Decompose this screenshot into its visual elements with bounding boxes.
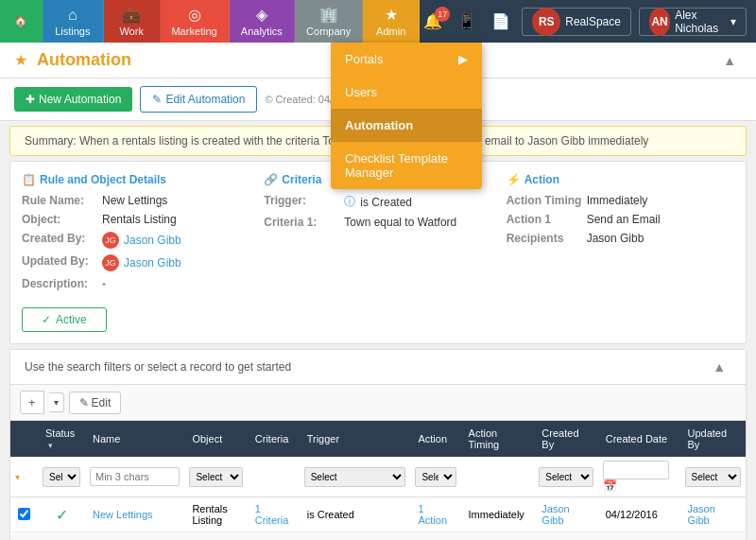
nav-logo[interactable]: 🏠 — [0, 0, 43, 43]
collapse-top-button[interactable]: ▲ — [717, 51, 742, 70]
nav-marketing-label: Marketing — [171, 26, 216, 37]
dropdown-item-automation[interactable]: Automation — [331, 109, 482, 142]
nav-item-work[interactable]: 💼 Work — [104, 0, 161, 43]
filter-created-by-select[interactable]: Select — [539, 467, 593, 487]
th-updated-by[interactable]: Updated By — [680, 421, 747, 457]
dropdown-item-checklist[interactable]: Checklist Template Manager — [331, 142, 482, 189]
filter-date-input[interactable] — [603, 461, 669, 479]
row-name-cell: New Lettings — [85, 497, 184, 532]
edit-button[interactable]: ✎ Edit — [69, 392, 122, 414]
admin-icon: ★ — [385, 6, 398, 24]
automation-title-icon: ★ — [14, 51, 27, 69]
action-timing-row: Action Timing Immediately — [507, 194, 734, 207]
rule-section-title: 📋 Rule and Object Details — [22, 173, 249, 186]
created-by-name[interactable]: Jason Gibb — [124, 234, 181, 247]
nav-item-admin[interactable]: ★ Admin — [363, 0, 420, 43]
automation-label: Automation — [345, 118, 413, 132]
recipients-value: Jason Gibb — [587, 232, 644, 245]
th-action[interactable]: Action — [410, 421, 460, 457]
filter-updated-by-cell: Select — [680, 457, 747, 497]
nav-admin-label: Admin — [376, 26, 405, 37]
add-button[interactable]: + — [20, 391, 44, 414]
dropdown-item-users[interactable]: Users — [331, 76, 482, 109]
recipients-label: Recipients — [507, 232, 587, 245]
filter-sort-icon[interactable]: ▾ — [15, 472, 20, 482]
filter-action-cell: Select — [410, 457, 460, 497]
th-trigger[interactable]: Trigger — [300, 421, 411, 457]
user-menu-chevron: ▾ — [730, 15, 736, 28]
action-section: ⚡ Action Action Timing Immediately Actio… — [507, 173, 734, 332]
dropdown-item-portals[interactable]: Portals ▶ — [331, 43, 482, 76]
status-badge: ✓ Active — [22, 307, 107, 332]
nav-item-company[interactable]: 🏢 Company — [295, 0, 363, 43]
mobile-button[interactable]: 📱 — [454, 9, 480, 34]
collapse-bottom-button[interactable]: ▲ — [707, 357, 731, 376]
checklist-label: Checklist Template Manager — [345, 151, 468, 180]
filter-created-by-cell: Select — [534, 457, 597, 497]
docs-button[interactable]: 📄 — [488, 9, 514, 34]
row-checkbox-cell — [10, 497, 38, 532]
th-name[interactable]: Name — [85, 421, 184, 457]
action1-value: Send an Email — [587, 213, 661, 226]
table-row: ✓ lead update Lead 1 Criteria is Created… — [10, 532, 746, 541]
th-object[interactable]: Object — [184, 421, 247, 457]
updated-by-name[interactable]: Jason Gibb — [124, 256, 181, 270]
th-created-date[interactable]: Created Date — [598, 421, 680, 457]
th-status[interactable]: Status ▾ — [38, 421, 85, 457]
work-icon: 💼 — [122, 6, 141, 24]
nav-work-label: Work — [119, 26, 143, 37]
rule-name-row: Rule Name: New Lettings — [22, 194, 249, 207]
row-updated-by-link[interactable]: Jason Gibb — [688, 503, 715, 526]
new-automation-button[interactable]: ✚ New Automation — [14, 87, 132, 112]
filter-name-input[interactable] — [90, 467, 180, 486]
row-name-link[interactable]: New Lettings — [93, 509, 153, 520]
row-criteria-cell: 1 Criteria — [248, 532, 300, 541]
brand-button[interactable]: RS RealSpace — [522, 8, 631, 36]
filter-date-cell: 📅 — [598, 457, 680, 497]
filter-updated-by-select[interactable]: Select — [685, 467, 742, 487]
nav-item-listings[interactable]: ⌂ Listings — [43, 0, 104, 43]
add-icon: + — [28, 395, 36, 409]
edit-pencil-icon: ✎ — [79, 396, 89, 409]
action1-label: Action 1 — [507, 213, 587, 226]
filter-trigger-select[interactable]: Select — [304, 467, 406, 487]
filter-action-select[interactable]: Select — [415, 467, 455, 487]
th-created-by[interactable]: Created By — [534, 421, 597, 457]
add-dropdown-button[interactable]: ▾ — [49, 392, 64, 412]
user-name: Alex Nicholas — [675, 9, 726, 35]
calendar-icon[interactable]: 📅 — [603, 479, 617, 493]
action1-row: Action 1 Send an Email — [507, 213, 734, 226]
filter-status-select[interactable]: Select — [43, 467, 80, 487]
criteria1-row: Criteria 1: Town equal to Watford — [264, 216, 491, 229]
nav-item-analytics[interactable]: ◈ Analytics — [230, 0, 296, 43]
filter-object-select[interactable]: Select — [189, 467, 242, 487]
object-label: Object: — [22, 213, 102, 226]
row-updated-by-cell: Jason Gibb — [680, 497, 747, 532]
nav-item-marketing[interactable]: ◎ Marketing — [161, 0, 230, 43]
table-body: ✓ New Lettings Rentals Listing 1 Criteri… — [10, 497, 746, 541]
description-row: Description: - — [22, 277, 249, 290]
row-date-cell: 04/12/2016 — [598, 497, 680, 532]
brand-name: RealSpace — [565, 15, 621, 28]
user-menu-button[interactable]: AN Alex Nicholas ▾ — [639, 8, 747, 36]
filter-timing-cell — [461, 457, 535, 497]
row-created-by-link[interactable]: Jason Gibb — [541, 503, 569, 526]
row-criteria-link[interactable]: 1 Criteria — [255, 503, 288, 526]
th-action-timing[interactable]: Action Timing — [461, 421, 535, 457]
row-object-value: Rentals Listing — [192, 503, 227, 526]
criteria-section: 🔗 Criteria Trigger: ⓘ is Created Criteri… — [264, 173, 491, 332]
bottom-header-text: Use the search filters or select a recor… — [25, 360, 291, 374]
filter-object-cell: Select — [184, 457, 247, 497]
notifications-button[interactable]: 🔔 17 — [420, 9, 446, 34]
criteria1-label: Criteria 1: — [264, 216, 344, 229]
edit-automation-button[interactable]: ✎ Edit Automation — [140, 86, 257, 113]
row-action-cell: 1 Action — [410, 532, 460, 541]
th-criteria[interactable]: Criteria — [248, 421, 300, 457]
row-action-link[interactable]: 1 Action — [418, 503, 447, 526]
row-checkbox[interactable] — [18, 508, 30, 520]
row-timing-cell: Immediately — [461, 497, 535, 532]
nav-right-area: 🔔 17 📱 📄 RS RealSpace AN Alex Nicholas ▾ — [420, 0, 756, 43]
description-value: - — [102, 277, 106, 290]
portals-label: Portals — [345, 52, 383, 66]
updated-by-value: JG Jason Gibb — [102, 254, 181, 271]
